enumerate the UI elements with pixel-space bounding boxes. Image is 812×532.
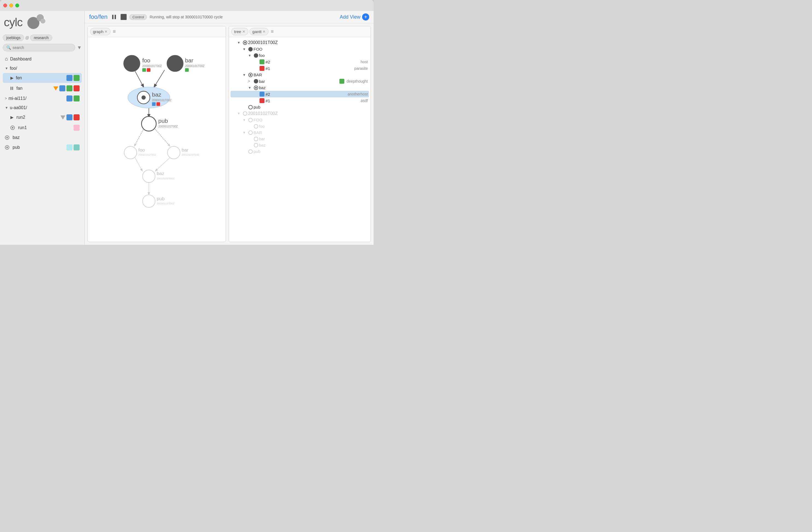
tree-foo-job1-row[interactable]: #1 parasite [231, 65, 369, 72]
tree-tab[interactable]: tree ✕ [231, 28, 248, 35]
run2-chips [60, 114, 79, 120]
chevron-down-icon: ▼ [248, 86, 253, 90]
tree-baz-task-row[interactable]: ▼ baz [231, 85, 369, 91]
node-bar-chip-green [185, 68, 189, 72]
chevron-down-icon: ▼ [5, 106, 8, 110]
sidebar-item-mi-ai111[interactable]: > mi-ai111/ [3, 94, 82, 103]
home-icon: ⌂ [5, 56, 8, 62]
tree-c2-pub-task-row[interactable]: pub [231, 148, 369, 155]
sidebar-item-fan[interactable]: fan [3, 83, 82, 93]
tree-foo-family-row[interactable]: ▼ FOO [231, 46, 369, 52]
node-baz-cycle2[interactable] [143, 170, 155, 183]
bar-family-icon [247, 73, 253, 77]
c2-foo-family-label: FOO [253, 118, 368, 122]
node-pub-cycle2[interactable] [143, 195, 155, 207]
u-aa001-label: u-aa001/ [10, 105, 27, 110]
job2-num-label: #2 [265, 60, 359, 64]
tree-bar-task-row[interactable]: > bar deepthought [231, 78, 369, 85]
chip-blue [59, 85, 66, 91]
control-badge[interactable]: Control [129, 14, 147, 20]
gantt-tab-close[interactable]: ✕ [263, 30, 265, 34]
sidebar-item-run1[interactable]: run1 [3, 123, 82, 133]
minimize-button[interactable] [9, 3, 13, 8]
node-foo-cycle1[interactable] [124, 55, 140, 72]
tree-cycle2-row[interactable]: ▼ 20010102T00Z [231, 110, 369, 117]
chip-red [74, 85, 79, 91]
add-view-button[interactable]: Add View + [340, 13, 369, 20]
filter-icon[interactable]: ▼ [77, 45, 82, 51]
tree-panel: tree ✕ gantt ✕ ≡ ▼ [229, 26, 371, 242]
panel-menu-icon[interactable]: ≡ [113, 29, 116, 34]
gantt-tab-label: gantt [252, 29, 261, 34]
sidebar-item-fen[interactable]: ▶ fen [3, 73, 82, 83]
c2-foo-task-label: foo [259, 124, 368, 129]
search-input[interactable] [13, 45, 72, 50]
job2-host: host [361, 60, 368, 64]
run2-label: run2 [16, 115, 58, 120]
fen-label: fen [16, 75, 64, 81]
tree-baz-job2-row[interactable]: #2 anotherhost [231, 91, 369, 97]
app-window: cylc joeblogs @ research 🔍 ▼ [0, 0, 374, 245]
add-icon: + [362, 13, 369, 20]
nav-list: ⌂ Dashboard ▼ foo/ ▶ fen [3, 54, 82, 152]
node-bar-cycle2[interactable] [168, 146, 180, 159]
top-bar: foo/fen Control Running, will stop at 30… [85, 11, 374, 23]
search-input-wrap[interactable]: 🔍 [3, 44, 75, 52]
c2-bar-task-label: bar [259, 136, 368, 141]
gantt-tab[interactable]: gantt ✕ [249, 28, 269, 35]
node-bar-label: bar [185, 57, 193, 63]
node-baz-cycle: 20000101T00Z [152, 99, 172, 102]
tree-baz-job1-row[interactable]: #1 asdf [231, 97, 369, 104]
graph-tab[interactable]: graph ✕ [90, 28, 111, 35]
node-pub-cycle1[interactable] [141, 116, 156, 131]
baz-task-icon [253, 86, 259, 90]
node-bar-cycle1[interactable] [166, 55, 183, 72]
pause-button[interactable] [110, 13, 118, 21]
maximize-button[interactable] [15, 3, 19, 8]
node-pub-label: pub [158, 118, 168, 124]
chip-blue [67, 75, 72, 81]
chevron-down-icon: ▼ [243, 118, 247, 122]
graph-tab-bar: graph ✕ ≡ [88, 26, 226, 37]
tree-c2-foo-family-row[interactable]: ▼ FOO [231, 117, 369, 123]
tree-c2-foo-task-row[interactable]: foo [231, 123, 369, 129]
add-view-label: Add View [340, 14, 361, 20]
node-foo-cycle2[interactable] [124, 146, 137, 159]
user-badge[interactable]: joeblogs [3, 34, 24, 41]
workspace-badge[interactable]: research [30, 34, 52, 41]
sidebar-item-run2[interactable]: ▶ run2 [3, 112, 82, 122]
close-button[interactable] [3, 3, 7, 8]
job-chip-green [260, 59, 264, 64]
baz-job-chip-blue [260, 92, 264, 97]
pause-icon [111, 14, 117, 20]
graph-tab-close[interactable]: ✕ [104, 30, 107, 34]
tree-pub-task-row[interactable]: pub [231, 104, 369, 110]
logo-area: cylc [3, 14, 82, 32]
chip-pink [74, 125, 79, 131]
sidebar-item-dashboard[interactable]: ⌂ Dashboard [3, 54, 82, 64]
sidebar-item-baz[interactable]: baz [3, 133, 82, 142]
sidebar-item-u-aa001[interactable]: ▼ u-aa001/ [3, 104, 82, 112]
node-bar-cycle: 20000101T00Z [185, 64, 205, 68]
baz-icon [5, 135, 9, 140]
sidebar-item-foo[interactable]: ▼ foo/ [3, 64, 82, 72]
stop-button[interactable] [121, 14, 127, 20]
tree-foo-job2-row[interactable]: #2 host [231, 59, 369, 65]
node-baz-chip-red [157, 102, 160, 106]
chevron-down-icon: ▼ [5, 67, 8, 70]
node-foo2-cycle: 20010101T00Z [139, 153, 156, 156]
tree-tab-close[interactable]: ✕ [242, 30, 245, 34]
sidebar-item-pub[interactable]: pub [3, 143, 82, 152]
tree-c2-bar-task-row[interactable]: bar [231, 136, 369, 142]
tree-c2-baz-task-row[interactable]: baz [231, 142, 369, 148]
tree-panel-menu-icon[interactable]: ≡ [271, 29, 274, 34]
tree-foo-task-row[interactable]: ▼ foo [231, 52, 369, 59]
tree-bar-family-row[interactable]: ▼ BAR [231, 72, 369, 78]
main-content: foo/fen Control Running, will stop at 30… [85, 11, 374, 245]
tree-cycle1-row[interactable]: ▼ 20000101T00Z [231, 39, 369, 46]
tree-c2-bar-family-row[interactable]: ▼ BAR [231, 129, 369, 136]
user-badge-area: joeblogs @ research [3, 34, 82, 41]
tree-tab-bar: tree ✕ gantt ✕ ≡ [229, 26, 371, 37]
bar-chip-green [339, 79, 344, 84]
foo-family-label: FOO [253, 47, 368, 52]
